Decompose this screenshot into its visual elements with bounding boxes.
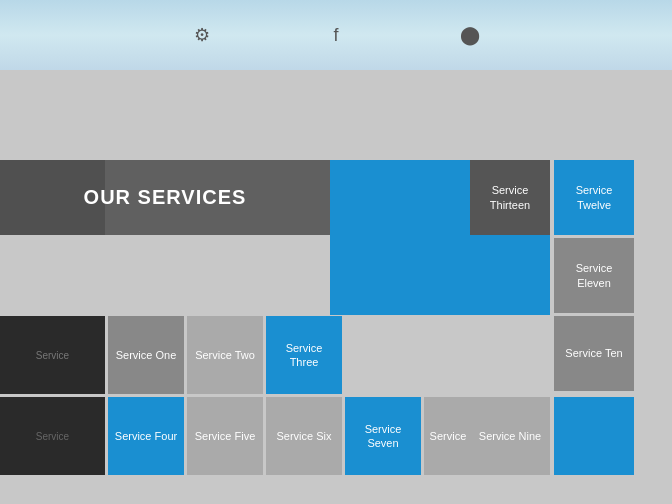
service-thirteen-tile[interactable]: Service Thirteen <box>470 160 550 235</box>
settings-icon: ⚙ <box>190 23 214 47</box>
service-twelve-tile[interactable]: Service Twelve <box>554 160 634 235</box>
service-nine-tile[interactable]: Service Nine <box>470 397 550 475</box>
service-six-tile[interactable]: Service Six <box>266 397 342 475</box>
service-five-tile[interactable]: Service Five <box>187 397 263 475</box>
fingerprint-icon: ⬤ <box>458 23 482 47</box>
bottom-right-blue <box>554 397 634 475</box>
service-seven-tile[interactable]: Service Seven <box>345 397 421 475</box>
service-eleven-tile[interactable]: Service Eleven <box>554 238 634 313</box>
service-four-tile[interactable]: Service Four <box>108 397 184 475</box>
service-three-tile[interactable]: Service Three <box>266 316 342 394</box>
service-two-tile[interactable]: Service Two <box>187 316 263 394</box>
top-bar: ⚙ f ⬤ <box>0 0 672 70</box>
facebook-icon: f <box>324 23 348 47</box>
service-ten-tile[interactable]: Service Ten <box>554 316 634 391</box>
main-content: OUR SERVICES Service Thirteen Service Tw… <box>0 70 672 504</box>
service-one-tile[interactable]: Service One <box>108 316 184 394</box>
service-label-left1: Service <box>0 316 105 394</box>
our-services-label: OUR SERVICES <box>0 160 330 235</box>
service-label-left2: Service <box>0 397 105 475</box>
